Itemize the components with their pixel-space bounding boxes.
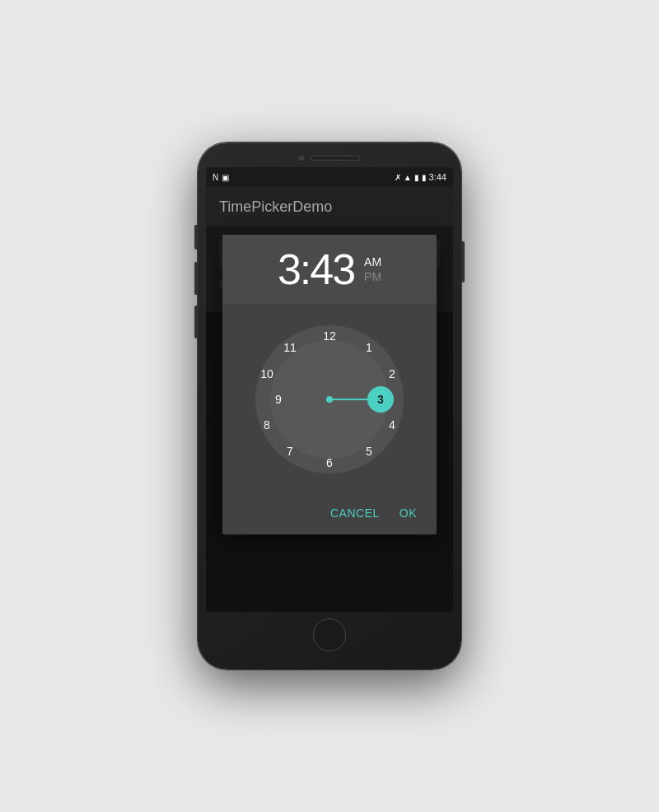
wifi-icon: ▲ xyxy=(404,173,412,182)
svg-text:12: 12 xyxy=(323,329,336,343)
status-bar-right: ✗ ▲ ▮ ▮ 3:44 xyxy=(395,172,446,182)
svg-text:11: 11 xyxy=(283,341,297,354)
svg-text:1: 1 xyxy=(366,341,372,354)
svg-text:10: 10 xyxy=(260,367,273,380)
svg-text:8: 8 xyxy=(264,418,270,432)
pm-button[interactable]: PM xyxy=(364,270,381,283)
status-bar-left: N ▣ xyxy=(213,173,229,182)
svg-text:9: 9 xyxy=(275,393,282,406)
power-button[interactable] xyxy=(461,241,465,282)
svg-text:5: 5 xyxy=(366,445,372,458)
clock-time: 3:44 xyxy=(429,172,446,182)
svg-text:3: 3 xyxy=(377,393,384,406)
phone-frame: N ▣ ✗ ▲ ▮ ▮ 3:44 TimePickerDemo PICK TIM… xyxy=(198,142,461,670)
clock-svg: 12 1 2 3 4 5 6 xyxy=(247,317,412,482)
dialog-overlay: 3:43 AM PM xyxy=(206,226,453,612)
battery-icon: ▮ xyxy=(422,173,427,182)
time-picker-dialog: 3:43 AM PM xyxy=(222,235,437,534)
front-camera xyxy=(299,156,304,161)
volume-up-button[interactable] xyxy=(194,225,198,250)
app-title: TimePickerDemo xyxy=(219,198,332,216)
dialog-buttons: CANCEL OK xyxy=(222,495,437,534)
cancel-button[interactable]: CANCEL xyxy=(324,502,386,525)
bluetooth-icon: ✗ xyxy=(395,173,401,182)
card-icon: ▣ xyxy=(222,173,229,182)
phone-bottom-bar xyxy=(206,618,453,651)
notification-n-icon: N xyxy=(213,173,218,182)
clock-container: 12 1 2 3 4 5 6 xyxy=(222,304,437,495)
volume-down-button[interactable] xyxy=(194,262,198,295)
svg-text:4: 4 xyxy=(389,418,395,432)
svg-text:6: 6 xyxy=(326,456,333,469)
earpiece-speaker xyxy=(311,156,360,161)
ok-button[interactable]: OK xyxy=(393,502,423,525)
svg-text:7: 7 xyxy=(287,445,293,458)
time-picker-header: 3:43 AM PM xyxy=(222,235,437,304)
app-bar: TimePickerDemo xyxy=(206,187,453,226)
home-button[interactable] xyxy=(313,618,346,651)
signal-icon: ▮ xyxy=(414,173,419,182)
time-display[interactable]: 3:43 xyxy=(278,248,354,291)
svg-point-3 xyxy=(326,396,333,403)
phone-top-decoration xyxy=(206,156,453,161)
clock-face[interactable]: 12 1 2 3 4 5 6 xyxy=(247,317,412,482)
silent-button[interactable] xyxy=(194,306,198,338)
svg-text:2: 2 xyxy=(389,367,395,380)
status-bar: N ▣ ✗ ▲ ▮ ▮ 3:44 xyxy=(206,167,453,187)
am-button[interactable]: AM xyxy=(364,255,381,268)
ampm-container: AM PM xyxy=(364,255,381,283)
phone-screen: N ▣ ✗ ▲ ▮ ▮ 3:44 TimePickerDemo PICK TIM… xyxy=(206,167,453,612)
